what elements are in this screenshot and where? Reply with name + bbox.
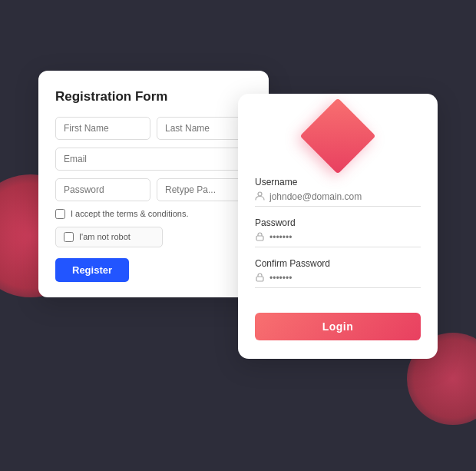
username-input[interactable]: [269, 191, 421, 202]
password-wrapper: [255, 231, 421, 247]
recaptcha-row: I'am not robot: [55, 227, 163, 247]
password-row: [55, 178, 252, 201]
confirm-lock-icon: [255, 272, 265, 284]
terms-checkbox[interactable]: [55, 209, 65, 219]
lock-icon: [255, 231, 265, 244]
password-login-input[interactable]: [269, 232, 421, 243]
name-row: [55, 117, 252, 140]
confirm-password-group: Confirm Password: [255, 258, 421, 288]
confirm-password-label: Confirm Password: [255, 258, 421, 269]
terms-label: I accept the terms & conditions.: [71, 209, 188, 218]
svg-point-0: [258, 192, 262, 196]
username-group: Username: [255, 177, 421, 207]
diamond-shape: [300, 98, 376, 174]
first-name-input[interactable]: [55, 117, 150, 140]
confirm-password-input[interactable]: [269, 273, 421, 284]
login-button[interactable]: Login: [255, 313, 421, 340]
login-card: Username Password: [238, 94, 438, 359]
scene-container: Registration Form I accept the terms & c…: [38, 48, 438, 424]
terms-row: I accept the terms & conditions.: [55, 209, 252, 219]
recaptcha-label: I'am not robot: [79, 232, 131, 241]
username-label: Username: [255, 177, 421, 187]
registration-title: Registration Form: [55, 89, 252, 104]
password-label: Password: [255, 217, 421, 228]
diamond-decoration: [255, 109, 421, 163]
username-wrapper: [255, 191, 421, 207]
password-group: Password: [255, 217, 421, 247]
register-button[interactable]: Register: [55, 258, 129, 282]
registration-card: Registration Form I accept the terms & c…: [38, 71, 269, 297]
svg-rect-2: [256, 277, 263, 281]
email-input[interactable]: [55, 148, 252, 171]
password-input[interactable]: [55, 178, 150, 201]
user-icon: [255, 191, 265, 203]
recaptcha-checkbox[interactable]: [64, 232, 74, 242]
svg-rect-1: [256, 236, 263, 240]
confirm-password-wrapper: [255, 272, 421, 288]
